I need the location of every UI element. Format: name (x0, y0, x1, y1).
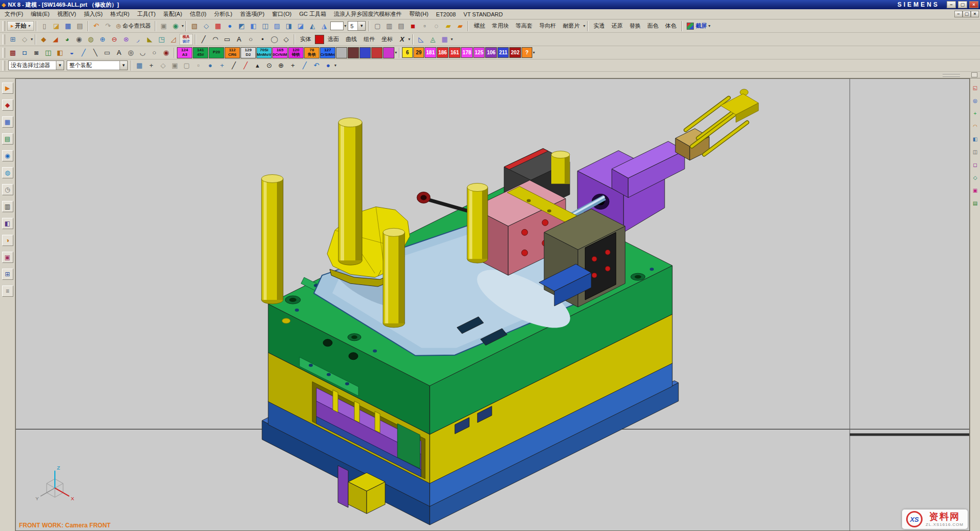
unite-icon[interactable]: ⊕ (97, 34, 108, 45)
part-navigator-icon[interactable]: ▦ (2, 116, 13, 128)
chamfer-icon[interactable]: ◣ (144, 34, 155, 45)
menu-item[interactable]: 装配(A) (159, 9, 186, 19)
snapshot-icon[interactable]: ▣ (971, 186, 979, 194)
guide-pillar-rear[interactable] (338, 118, 362, 265)
scene-icon[interactable]: ▣ (2, 252, 13, 263)
pattern-icon[interactable]: ▦ (439, 34, 450, 45)
close-button[interactable]: × (969, 1, 978, 8)
material-tile-small[interactable] (371, 47, 383, 58)
part-number-tile[interactable]: 211 (497, 47, 509, 58)
front-view-icon[interactable]: ◻ (971, 160, 979, 169)
delete-x-icon[interactable]: X (396, 34, 408, 45)
display-mode-button[interactable]: 体色 (662, 21, 679, 31)
snap-tangent-icon[interactable]: ╱ (299, 60, 310, 71)
part-number-tile[interactable]: 178 (461, 47, 473, 58)
zoom-icon[interactable]: ◎ (971, 96, 979, 105)
revolve-icon[interactable]: ◕ (62, 34, 73, 45)
wireframe-icon[interactable]: ▨ (271, 21, 283, 32)
line-tool-icon[interactable]: ╱ (78, 47, 89, 58)
hydraulic-cylinder[interactable] (612, 89, 758, 198)
manufacturing-icon[interactable]: ◧ (2, 218, 13, 229)
graphics-viewport[interactable]: Z X Y FRONT WORK: Camera FRONT XS 资料网 ZL… (15, 78, 970, 531)
intersect-icon[interactable]: ⊗ (121, 34, 132, 45)
snap-sphere-icon[interactable]: ● (323, 60, 334, 71)
trim-mold-icon[interactable]: ◧ (54, 47, 66, 58)
part-number-tile[interactable]: 106 (485, 47, 497, 58)
rect-tool-icon[interactable]: ▭ (102, 47, 113, 58)
ellipse-icon[interactable]: ◯ (269, 34, 280, 45)
chevron-down-icon[interactable]: ▾ (31, 37, 33, 42)
snap-rollback-icon[interactable]: ↶ (311, 60, 322, 71)
menu-item[interactable]: 流浪人异乡国度汽模标准件 (330, 9, 405, 19)
chevron-down-icon[interactable]: ▾ (451, 37, 453, 42)
graphics-window[interactable]: Z X Y (16, 79, 969, 530)
roles-icon[interactable]: ◑ (2, 235, 13, 246)
pan-icon[interactable]: + (971, 109, 979, 117)
shell-icon[interactable]: ◳ (156, 34, 167, 45)
chevron-down-icon[interactable]: ▾ (182, 24, 184, 28)
datum-plane-icon[interactable]: ◇ (19, 34, 30, 45)
toolbar-grip[interactable] (3, 60, 5, 71)
reuse-library-icon[interactable]: ▤ (2, 133, 13, 145)
snap-center-icon[interactable]: ▣ (169, 60, 181, 71)
menu-item[interactable]: 工具(T) (133, 9, 159, 19)
assembly-navigator-icon[interactable]: ▶ (2, 83, 13, 94)
toolbar-grip[interactable] (3, 21, 5, 31)
redo-icon[interactable]: ↷ (103, 21, 114, 32)
hole-icon[interactable]: ◉ (73, 34, 85, 45)
wireframe-dim-icon[interactable]: ◫ (259, 21, 271, 32)
material-tile[interactable]: 14145# (193, 47, 208, 58)
selection-scope-combo[interactable]: 整个装配 ▼ (67, 60, 128, 70)
polygon-icon[interactable]: ◇ (281, 34, 292, 45)
touch-mode-icon[interactable]: ▣ (158, 21, 169, 32)
chevron-down-icon[interactable]: ▾ (395, 50, 397, 55)
close-window-icon[interactable]: ◾ (407, 21, 418, 32)
diagonal-tool-icon[interactable]: ╲ (90, 47, 101, 58)
arc-icon[interactable]: ◠ (210, 34, 221, 45)
shaded-edges-icon[interactable]: ◩ (236, 21, 247, 32)
fit-window-icon[interactable]: ◇ (201, 21, 212, 32)
save-icon[interactable]: ▦ (63, 21, 74, 32)
undo-icon[interactable]: ↶ (91, 21, 102, 32)
cascade-icon[interactable]: ▢ (372, 21, 383, 32)
snap-boss-icon[interactable]: ⊕ (275, 60, 287, 71)
snap-noline-icon[interactable]: ╱ (240, 60, 251, 71)
chevron-down-icon[interactable]: ▾ (334, 63, 336, 68)
mold-assembly[interactable] (262, 89, 758, 525)
color-swatch[interactable] (330, 22, 344, 30)
cavity-layout-icon[interactable]: ◙ (31, 47, 42, 58)
iso-view-icon[interactable]: ◇ (971, 173, 979, 181)
guide-pillar-hidden[interactable] (551, 151, 570, 184)
chevron-down-icon[interactable]: ▼ (357, 22, 365, 30)
refresh-view-icon[interactable]: ▧ (189, 21, 200, 32)
point-icon[interactable]: • (257, 34, 268, 45)
display-mode-button[interactable]: 面色 (644, 21, 662, 31)
menu-item[interactable]: 编辑(E) (27, 9, 53, 19)
red-material-tile[interactable] (315, 35, 324, 44)
pane-toggle-button[interactable] (971, 72, 977, 77)
snap-line-icon[interactable]: ╱ (228, 60, 239, 71)
new-file-icon[interactable]: ▯ (39, 21, 50, 32)
chevron-down-icon[interactable]: ▼ (119, 61, 127, 70)
edge-blend-icon[interactable]: ◞ (132, 34, 144, 45)
maximize-button[interactable]: ▢ (958, 1, 967, 8)
material-tile[interactable]: 78角铁 (304, 47, 319, 58)
snap-mid-icon[interactable]: ◇ (157, 60, 169, 71)
snap-cross-icon[interactable]: + (287, 60, 298, 71)
touch-panel-icon[interactable]: ⊞ (2, 269, 13, 280)
snap-end-icon[interactable]: + (216, 60, 228, 71)
part-number-tile[interactable]: 6 (402, 47, 413, 58)
chevron-down-icon[interactable]: ▾ (408, 37, 410, 42)
material-tile-small[interactable] (359, 47, 371, 58)
selection-filter-combo[interactable]: 没有选择过滤器 ▼ (8, 60, 64, 70)
drag-handle-icon[interactable]: ≡ (2, 285, 13, 297)
mold-wizard-icon[interactable]: ▩ (7, 47, 18, 58)
menu-item[interactable]: 首选项(P) (236, 9, 268, 19)
wireframe-mode-icon[interactable]: ◫ (971, 148, 979, 156)
standard-part-button[interactable]: 耐磨片 (559, 21, 583, 31)
part-number-tile[interactable]: 202 (509, 47, 521, 58)
part-number-tile[interactable]: 181 (425, 47, 436, 58)
material-tile[interactable]: 16540CrNiMo (272, 47, 288, 58)
guide-pillar-front[interactable] (383, 228, 405, 328)
selection-mode-button[interactable]: 选面 (325, 34, 342, 44)
